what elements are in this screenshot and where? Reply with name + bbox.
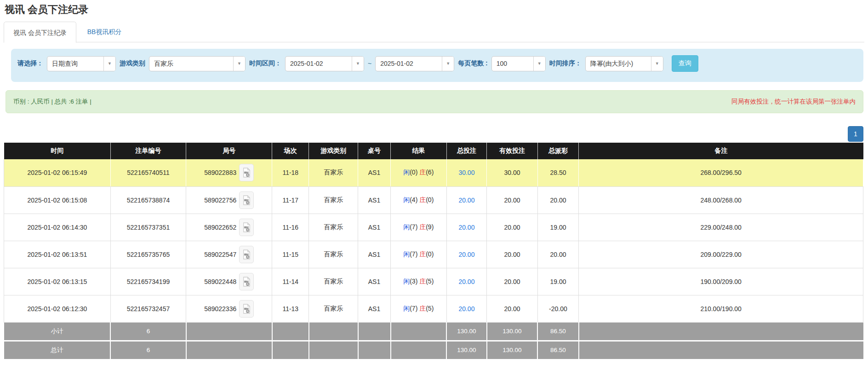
pagination-page-1-button[interactable]: 1 — [848, 126, 863, 142]
cell-time: 2025-01-02 06:13:15 — [4, 268, 111, 295]
tab-bb-points[interactable]: BB视讯积分 — [78, 21, 131, 42]
sort-label: 时间排序： — [549, 59, 582, 68]
summary-row: 小计 6 130.00 130.00 86.50 — [4, 322, 863, 341]
tab-records-label: 视讯 会员下注纪录 — [13, 29, 67, 36]
query-type-dropdown[interactable]: 日期查询 ▼ — [47, 56, 116, 71]
per-page-dropdown[interactable]: 100 ▼ — [491, 56, 546, 71]
result-banker-label: 庄 — [419, 305, 426, 312]
video-playback-button[interactable] — [239, 219, 254, 236]
pagination-row: 1 — [4, 113, 864, 143]
header-valid-bet: 有效投注 — [487, 143, 537, 159]
table-row: 2025-01-02 06:15:49 522165740511 5890228… — [4, 159, 863, 186]
cell-game-type: 百家乐 — [309, 159, 358, 186]
cell-bet-id: 522165735765 — [110, 241, 186, 268]
total-bet-link[interactable]: 20.00 — [458, 197, 474, 204]
cell-game-type: 百家乐 — [309, 214, 358, 241]
round-number: 589022336 — [204, 305, 236, 313]
summary-row-label: 总计 — [4, 341, 111, 359]
summary-empty-cell — [186, 341, 272, 359]
summary-empty-cell — [579, 322, 863, 341]
summary-valid-bet: 130.00 — [487, 322, 537, 341]
summary-empty-cell — [391, 322, 446, 341]
cell-bet-id: 522165740511 — [110, 159, 186, 186]
page-title: 视讯 会员下注纪录 — [4, 2, 864, 21]
total-bet-link[interactable]: 20.00 — [458, 224, 474, 231]
cell-result: 闲(7) 庄(0) — [391, 241, 446, 268]
summary-bet-count: 6 — [110, 322, 186, 341]
chevron-down-icon: ▼ — [352, 57, 364, 71]
round-number: 589022883 — [204, 169, 236, 176]
time-range-label: 时间区间： — [249, 59, 281, 68]
result-player-count: (3) — [410, 278, 417, 285]
cell-time: 2025-01-02 06:15:08 — [4, 186, 111, 214]
cell-payout: 20.00 — [537, 186, 579, 214]
cell-total-bet: 20.00 — [446, 241, 487, 268]
video-playback-button[interactable] — [239, 273, 254, 290]
header-table-no: 桌号 — [358, 143, 391, 159]
summary-total-bet: 130.00 — [446, 322, 487, 341]
cell-remark: 229.00/248.00 — [579, 214, 863, 241]
summary-empty-cell — [272, 341, 309, 359]
cell-result: 闲(7) 庄(9) — [391, 214, 446, 241]
cell-bet-id: 522165732457 — [110, 295, 186, 322]
video-film-icon — [242, 195, 251, 205]
game-type-dropdown[interactable]: 百家乐 ▼ — [149, 56, 246, 71]
cell-total-bet: 20.00 — [446, 295, 487, 322]
records-table-body: 2025-01-02 06:15:49 522165740511 5890228… — [4, 159, 863, 359]
cell-remark: 268.00/296.50 — [579, 159, 863, 186]
total-bet-link[interactable]: 30.00 — [458, 169, 474, 176]
table-row: 2025-01-02 06:14:30 522165737351 5890226… — [4, 214, 863, 241]
result-banker-count: (5) — [426, 305, 434, 312]
result-player-label: 闲 — [403, 223, 410, 231]
cell-bet-id: 522165734199 — [110, 268, 186, 295]
tab-records[interactable]: 视讯 会员下注纪录 — [4, 22, 76, 43]
summary-empty-cell — [186, 322, 272, 341]
result-player-label: 闲 — [403, 305, 410, 312]
cell-total-bet: 20.00 — [446, 268, 487, 295]
header-remark: 备注 — [579, 143, 863, 159]
result-player-label: 闲 — [403, 250, 410, 258]
cell-table-no: AS1 — [358, 159, 391, 186]
per-page-label: 每页笔数 : — [458, 59, 488, 68]
sort-dropdown[interactable]: 降幂(由大到小) ▼ — [585, 56, 663, 71]
result-banker-count: (5) — [426, 278, 434, 285]
search-button[interactable]: 查询 — [672, 55, 698, 72]
cell-result: 闲(4) 庄(0) — [391, 186, 446, 214]
result-banker-label: 庄 — [419, 223, 426, 231]
video-playback-button[interactable] — [239, 164, 254, 181]
cell-result: 闲(0) 庄(6) — [391, 159, 446, 186]
total-bet-link[interactable]: 20.00 — [458, 305, 474, 313]
summary-empty-cell — [309, 341, 358, 359]
date-to-dropdown[interactable]: 2025-01-02 ▼ — [375, 56, 454, 71]
date-from-value: 2025-01-02 — [286, 57, 352, 71]
cell-time: 2025-01-02 06:15:49 — [4, 159, 111, 186]
cell-valid-bet: 20.00 — [487, 241, 537, 268]
result-banker-count: (9) — [426, 223, 434, 231]
round-number: 589022547 — [204, 251, 236, 258]
result-player-count: (0) — [410, 168, 417, 176]
total-bet-link[interactable]: 20.00 — [458, 251, 474, 258]
cell-session: 11-16 — [272, 214, 309, 241]
cell-time: 2025-01-02 06:14:30 — [4, 214, 111, 241]
video-playback-button[interactable] — [239, 191, 254, 209]
video-playback-button[interactable] — [239, 300, 254, 318]
header-round: 局号 — [186, 143, 272, 159]
cell-session: 11-13 — [272, 295, 309, 322]
cell-payout: 28.50 — [537, 159, 579, 186]
cell-result: 闲(3) 庄(5) — [391, 268, 446, 295]
tab-bb-points-label: BB视讯积分 — [87, 28, 122, 35]
date-from-dropdown[interactable]: 2025-01-02 ▼ — [285, 56, 364, 71]
cell-bet-id: 522165737351 — [110, 214, 186, 241]
chevron-down-icon: ▼ — [533, 57, 545, 71]
video-film-icon — [242, 249, 251, 260]
cell-time: 2025-01-02 06:12:30 — [4, 295, 111, 322]
result-banker-label: 庄 — [419, 278, 426, 285]
cell-remark: 190.00/209.00 — [579, 268, 863, 295]
result-banker-count: (6) — [426, 168, 434, 176]
cell-round: 589022756 — [186, 186, 272, 214]
video-playback-button[interactable] — [239, 246, 254, 263]
total-bet-link[interactable]: 20.00 — [458, 278, 474, 285]
cell-remark: 209.00/229.00 — [579, 241, 863, 268]
cell-payout: -20.00 — [537, 295, 579, 322]
round-number: 589022756 — [204, 197, 236, 204]
